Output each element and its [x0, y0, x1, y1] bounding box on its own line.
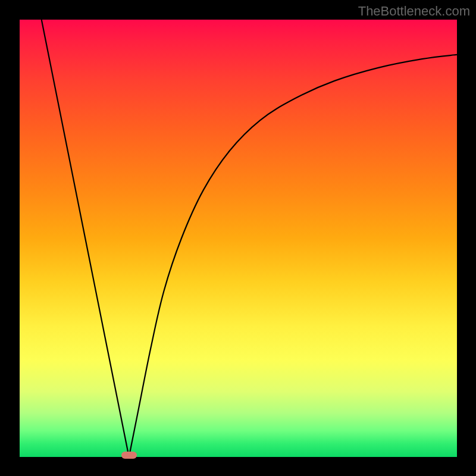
watermark-text: TheBottleneck.com [358, 4, 470, 19]
minimum-marker [121, 452, 137, 459]
chart-container: TheBottleneck.com [0, 0, 476, 476]
plot-area [20, 20, 457, 457]
bottleneck-curve [20, 20, 457, 457]
